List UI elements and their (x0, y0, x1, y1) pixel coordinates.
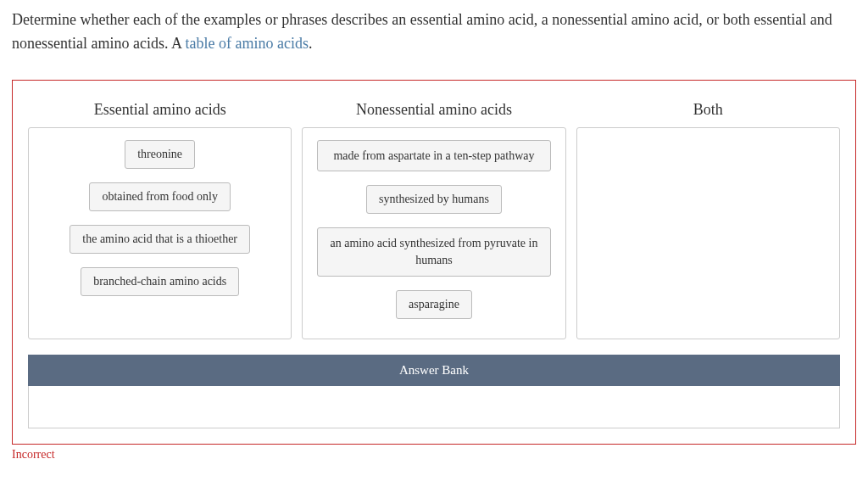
column-title-essential: Essential amino acids (94, 101, 226, 119)
column-title-nonessential: Nonessential amino acids (356, 101, 512, 119)
exercise-panel: Essential amino acids threonine obtained… (12, 80, 856, 445)
column-essential: Essential amino acids threonine obtained… (28, 101, 292, 339)
answer-bank-header: Answer Bank (28, 355, 840, 386)
categorization-columns: Essential amino acids threonine obtained… (28, 101, 840, 339)
amino-acids-table-link[interactable]: table of amino acids (185, 35, 308, 52)
chip-from-pyruvate[interactable]: an amino acid synthesized from pyruvate … (317, 227, 551, 276)
column-nonessential: Nonessential amino acids made from aspar… (302, 101, 565, 339)
chip-synthesized-by-humans[interactable]: synthesized by humans (366, 185, 502, 214)
chip-thioether[interactable]: the amino acid that is a thioether (70, 225, 250, 254)
chip-threonine[interactable]: threonine (125, 140, 195, 169)
chip-asparagine[interactable]: asparagine (396, 290, 472, 319)
question-prefix: Determine whether each of the examples o… (12, 11, 832, 52)
chip-obtained-from-food[interactable]: obtained from food only (89, 182, 230, 211)
chip-aspartate-pathway[interactable]: made from aspartate in a ten-step pathwa… (317, 140, 551, 172)
dropzone-both[interactable] (576, 127, 840, 339)
dropzone-essential[interactable]: threonine obtained from food only the am… (28, 127, 292, 339)
chip-branched-chain[interactable]: branched-chain amino acids (81, 267, 239, 296)
column-both: Both (576, 101, 840, 339)
column-title-both: Both (693, 101, 723, 119)
question-suffix: . (309, 35, 313, 52)
question-text: Determine whether each of the examples o… (12, 8, 856, 56)
feedback-label: Incorrect (12, 448, 856, 462)
dropzone-nonessential[interactable]: made from aspartate in a ten-step pathwa… (302, 127, 565, 339)
answer-bank-dropzone[interactable] (28, 386, 840, 428)
